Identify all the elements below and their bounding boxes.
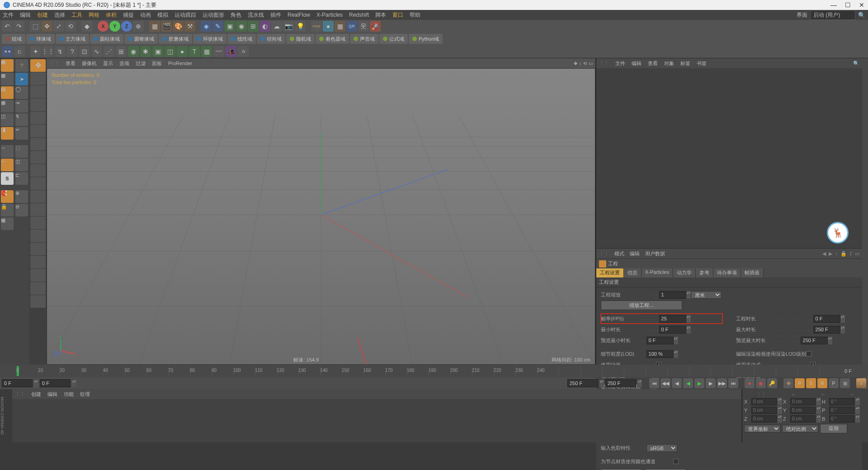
arrow-tool[interactable]: ➤ (15, 73, 28, 85)
xp-skinner[interactable]: ▣ (152, 46, 163, 57)
menu-item[interactable]: 脚本 (375, 11, 386, 19)
spinner[interactable]: ▴▾ (637, 380, 642, 387)
director-icon[interactable]: 🎬 (161, 21, 172, 32)
tab-interp[interactable]: 帧插值 (741, 268, 764, 277)
field-button[interactable]: 球体域 (26, 34, 55, 44)
prev-frame-button[interactable]: ◀ (672, 378, 682, 388)
sphere-icon[interactable]: ● (323, 21, 334, 32)
mat-tab[interactable]: 创建 (31, 391, 41, 398)
obj-tab[interactable]: 编辑 (632, 60, 642, 67)
spinner[interactable]: ▴▾ (674, 350, 678, 358)
rotate-tool[interactable]: ⟲ (65, 21, 76, 32)
play-forward-button[interactable]: ▶ (694, 378, 704, 388)
make-editable[interactable]: ◈ (201, 21, 212, 32)
xp-wind[interactable]: 〰 (213, 46, 224, 57)
lod-edit-checkbox[interactable] (806, 351, 811, 357)
vp-menu-item[interactable]: 查看 (66, 60, 75, 67)
xp-cache-icon[interactable]: ⎌ (14, 46, 25, 57)
palette-btn[interactable] (30, 230, 46, 242)
xp-question[interactable]: ? (67, 46, 78, 57)
frame-end-input[interactable] (567, 379, 598, 387)
obj-tab[interactable]: 书签 (697, 60, 707, 67)
dissolve-tool[interactable]: ⊖ (15, 204, 28, 216)
vp-menu-item[interactable]: 过滤 (136, 60, 146, 67)
light-icon[interactable]: 💡 (295, 21, 306, 32)
rocket-icon[interactable]: 🚀 (370, 21, 381, 32)
select-tool[interactable]: ⬚ (30, 21, 41, 32)
field-button[interactable]: 组域 (2, 34, 25, 44)
spinner[interactable]: ▴▾ (840, 326, 845, 334)
new-window-icon[interactable]: ▭ (855, 251, 859, 257)
menu-item[interactable]: 流水线 (248, 11, 264, 19)
palette-btn[interactable] (30, 269, 46, 282)
field-button[interactable]: 随机域 (286, 34, 315, 44)
palette-btn[interactable] (30, 138, 46, 150)
frame-current-input[interactable] (40, 379, 71, 387)
maximize-button[interactable]: ☐ (845, 1, 851, 9)
brush-tool[interactable]: ↯ (15, 113, 28, 126)
vp-menu-item[interactable]: 显示 (103, 60, 113, 67)
field-button[interactable]: 径向域 (257, 34, 285, 44)
layout-dropdown[interactable]: 启动 (用户) (810, 10, 855, 20)
palette-btn[interactable] (30, 177, 46, 190)
coord-system[interactable]: ⊕ (133, 21, 144, 32)
save-preset-button[interactable]: 保存预设... (645, 469, 686, 470)
next-key-button[interactable]: ▶▶ (717, 378, 727, 388)
menu-item[interactable]: RealFlow (288, 12, 310, 18)
palette-btn[interactable] (30, 243, 46, 255)
obj-tab[interactable]: 对象 (664, 60, 674, 67)
xp-spline[interactable]: ∿ (91, 46, 102, 57)
node-color-checkbox[interactable] (673, 459, 679, 464)
frame-end2-input[interactable] (605, 379, 636, 387)
xp-sphere[interactable]: ● (177, 46, 188, 57)
axis-tool[interactable]: ⊹ (1, 159, 14, 171)
spinner[interactable]: ▴▾ (686, 315, 691, 323)
palette-btn[interactable] (30, 203, 46, 216)
vp-menu-item[interactable]: 摄像机 (82, 60, 97, 67)
rot-h-input[interactable] (829, 398, 854, 405)
vp-nav-icon[interactable]: ✥ (574, 61, 577, 66)
fps-input[interactable] (659, 315, 686, 323)
qr-icon[interactable]: QR (346, 21, 357, 32)
xp-emitter[interactable]: ✦ (30, 46, 41, 57)
menu-item[interactable]: 文件 (3, 11, 14, 19)
menu-item[interactable]: 体积 (106, 11, 117, 19)
move-tool[interactable]: ✥ (42, 21, 52, 32)
object-manager[interactable]: 🦌 (596, 68, 862, 248)
menu-item[interactable]: 模拟 (157, 11, 168, 19)
pos-y-input[interactable] (751, 407, 777, 414)
xp-cube[interactable]: ◫ (165, 46, 175, 57)
next-frame-button[interactable]: ▶ (706, 378, 716, 388)
xp-shatter[interactable]: ✱ (140, 46, 151, 57)
key-r-button[interactable]: R (817, 378, 827, 388)
xp-generator[interactable]: ⋮⋮ (42, 46, 53, 57)
apply-button[interactable]: 应用 (820, 424, 847, 433)
menu-item[interactable]: 窗口 (392, 11, 403, 19)
palette-btn[interactable] (30, 216, 46, 229)
vp-menu-item[interactable]: 面板 (152, 60, 162, 67)
key-s-button[interactable]: S (806, 378, 816, 388)
knife-tool[interactable]: ✂ (15, 127, 28, 140)
spinner[interactable]: ▴▾ (34, 380, 38, 387)
palette-btn[interactable] (30, 151, 46, 164)
field-button[interactable]: 声音域 (350, 34, 378, 44)
array-tool[interactable]: ⊞ (248, 21, 259, 32)
obj-tab[interactable]: 查看 (648, 60, 658, 67)
rot-p-input[interactable] (829, 407, 854, 414)
autokey-button[interactable]: ◉ (756, 378, 766, 388)
3d-viewport[interactable]: Number of emitters: 0 Total live particl… (47, 68, 595, 365)
size-z-input[interactable] (790, 415, 816, 423)
path-tool[interactable]: ↝ (15, 100, 28, 113)
menu-item[interactable]: 运动图形 (203, 11, 224, 19)
character-icon[interactable]: 웃 (358, 21, 369, 32)
tab-info[interactable]: 信息 (624, 268, 642, 277)
proj-scale-unit[interactable]: 厘米 (691, 291, 722, 299)
load-preset-button[interactable]: 载入预设... (601, 469, 642, 470)
field-button[interactable]: Python域 (409, 34, 443, 44)
xp-trail[interactable]: ⋰ (104, 46, 114, 57)
texture-mode[interactable]: ▩ (1, 73, 14, 85)
psr-button[interactable]: PSR (311, 21, 322, 32)
y-axis-lock[interactable]: Y (109, 21, 120, 32)
magnet-tool[interactable]: 🧲 (1, 190, 14, 203)
axis-move-icon[interactable]: ✥ (783, 378, 793, 388)
